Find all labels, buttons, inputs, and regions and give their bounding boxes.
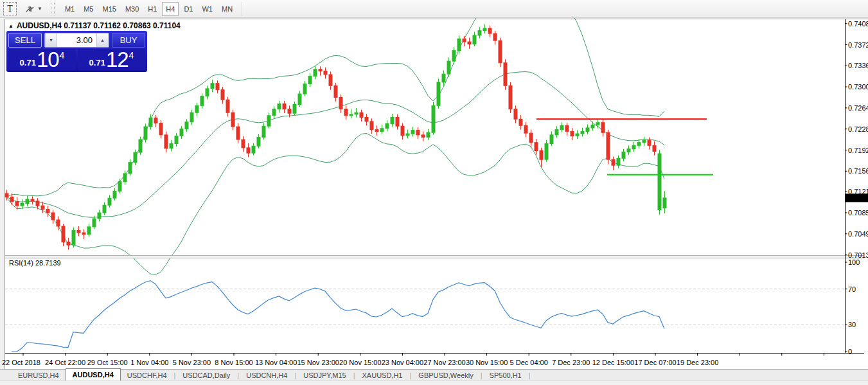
candle xyxy=(72,228,75,247)
volume-increase-button[interactable]: ▲ xyxy=(96,33,109,47)
price-axis-label: 0.73360 xyxy=(848,62,868,69)
timeframe-toolbar: M1M5M15M30H1H4D1W1MN xyxy=(60,2,237,16)
symbol-tab-sp500-h1[interactable]: SP500,H1 xyxy=(483,370,528,381)
pane-splitter[interactable] xyxy=(5,255,864,258)
chart-title: ▲ AUDUSD,H4 0.71137 0.71162 0.70863 0.71… xyxy=(8,21,181,30)
price-axis-label: 0.74080 xyxy=(848,20,868,28)
collapse-arrow-icon[interactable]: ▲ xyxy=(8,23,13,29)
date-axis-label: 22 Oct 2018 xyxy=(2,359,40,366)
candle xyxy=(144,124,147,143)
candle xyxy=(432,102,435,135)
timeframe-button-m30[interactable]: M30 xyxy=(121,2,143,16)
date-axis-label: 27 Nov 23:00 xyxy=(423,359,465,366)
ask-price[interactable]: 0.71 12 4 xyxy=(78,49,145,70)
volume-input[interactable] xyxy=(57,33,96,47)
top-toolbar: T ▼ M1M5M15M30H1H4D1W1MN xyxy=(0,0,868,18)
date-axis-label: 15 Nov 23:00 xyxy=(297,359,339,366)
candle xyxy=(504,59,507,89)
bid-price-prefix: 0.71 xyxy=(20,58,36,67)
price-axis-label: 0.73000 xyxy=(848,83,868,91)
date-axis-label: 5 Nov 23:00 xyxy=(173,359,211,366)
timeframe-button-h4[interactable]: H4 xyxy=(162,2,179,16)
date-axis-label: 29 Oct 15:00 xyxy=(87,359,128,366)
chart-title-text: AUDUSD,H4 0.71137 0.71162 0.70863 0.7110… xyxy=(17,21,181,30)
sell-button[interactable]: SELL xyxy=(8,33,42,48)
rsi-axis-label: 100 xyxy=(848,258,860,266)
arrows-tool-button[interactable]: ▼ xyxy=(22,3,44,15)
timeframe-button-m5[interactable]: M5 xyxy=(80,2,97,16)
date-axis-label: 20 Nov 15:00 xyxy=(339,359,381,366)
symbol-tab-usdjpy-m15[interactable]: USDJPY,M15 xyxy=(297,370,352,381)
symbol-tab-gbpusd-weekly[interactable]: GBPUSD,Weekly xyxy=(412,370,479,381)
date-axis-label: 8 Nov 15:00 xyxy=(215,359,252,366)
rsi-axis-label: 30 xyxy=(848,321,856,328)
ask-price-point: 4 xyxy=(129,50,134,60)
date-axis-label: 23 Nov 04:00 xyxy=(382,359,423,366)
date-axis-label: 1 Nov 04:00 xyxy=(130,359,168,366)
date-axis-label: 5 Dec 04:00 xyxy=(510,359,548,366)
bid-price-pips: 10 xyxy=(37,49,59,70)
text-tool-icon: T xyxy=(7,4,13,14)
volume-stepper: ▼ ▲ xyxy=(44,33,109,48)
candle xyxy=(499,38,502,67)
timeframe-button-m1[interactable]: M1 xyxy=(61,2,78,16)
date-axis-label: 13 Nov 04:00 xyxy=(255,359,297,366)
toolbar-separator xyxy=(242,2,242,16)
volume-decrease-button[interactable]: ▼ xyxy=(45,33,57,47)
ask-price-prefix: 0.71 xyxy=(89,58,105,67)
timeframe-button-w1[interactable]: W1 xyxy=(198,2,217,16)
timeframe-button-mn[interactable]: MN xyxy=(218,2,236,16)
one-click-trade-panel: SELL ▼ ▲ BUY 0.71 10 4 0.71 12 4 xyxy=(6,31,147,72)
symbol-tab-eurusd-h4[interactable]: EURUSD,H4 xyxy=(12,370,66,381)
symbol-tab-usdchf-h4[interactable]: USDCHF,H4 xyxy=(121,370,173,381)
current-price-badge: 0.71104 xyxy=(846,193,868,202)
symbol-tab-usdcnh-h4[interactable]: USDCNH,H4 xyxy=(240,370,294,381)
chevron-down-icon: ▼ xyxy=(37,6,42,12)
bid-price-point: 4 xyxy=(60,50,65,60)
date-axis-label: 30 Nov 15:00 xyxy=(466,359,508,366)
status-bar xyxy=(0,381,868,385)
price-axis-label: 0.70130 xyxy=(848,251,868,259)
symbol-tab-audusd-h4[interactable]: AUDUSD,H4 xyxy=(66,368,121,381)
price-axis-label: 0.70490 xyxy=(848,230,868,238)
buy-button[interactable]: BUY xyxy=(112,33,145,48)
symbol-tab-xauusd-h1[interactable]: XAUUSD,H1 xyxy=(356,370,409,381)
timeframe-button-h1[interactable]: H1 xyxy=(144,2,161,16)
rsi-indicator-label: RSI(14) 28.7139 xyxy=(9,259,61,267)
rsi-axis-label: 70 xyxy=(848,285,856,293)
candle xyxy=(607,130,610,165)
price-axis-label: 0.73720 xyxy=(848,41,868,49)
price-axis-label: 0.71920 xyxy=(848,147,868,154)
date-axis-label: 17 Dec 07:00 xyxy=(634,359,676,366)
candle xyxy=(437,78,440,108)
ask-price-pips: 12 xyxy=(106,49,128,70)
arrows-icon xyxy=(24,4,35,13)
date-axis-label: 19 Dec 23:00 xyxy=(677,359,718,366)
price-axis-label: 0.71560 xyxy=(848,167,868,175)
date-axis-label: 24 Oct 22:00 xyxy=(45,359,85,366)
tab-separator: | xyxy=(528,372,531,379)
candle xyxy=(139,137,142,155)
price-axis-label: 0.72280 xyxy=(848,125,868,133)
price-axis-label: 0.70850 xyxy=(848,209,868,217)
timeframe-button-d1[interactable]: D1 xyxy=(180,2,197,16)
date-axis-label: 7 Dec 23:00 xyxy=(552,359,590,366)
current-price-label: 0.71104 xyxy=(847,194,868,202)
price-axis-label: 0.72640 xyxy=(848,104,868,112)
candle xyxy=(658,150,661,215)
chart-tab-bar: EURUSD,H4AUDUSD,H4USDCHF,H4|USDCAD,Daily… xyxy=(0,369,868,381)
candle xyxy=(509,82,512,113)
rsi-axis-label: 0 xyxy=(848,348,852,355)
toolbar-drag-handle[interactable] xyxy=(51,3,55,15)
date-axis-label: 12 Dec 15:00 xyxy=(592,359,634,366)
bid-price[interactable]: 0.71 10 4 xyxy=(8,49,76,70)
symbol-tab-usdcad-daily[interactable]: USDCAD,Daily xyxy=(176,370,236,381)
timeframe-button-m15[interactable]: M15 xyxy=(98,2,120,16)
candle xyxy=(545,140,548,162)
text-label-tool-button[interactable]: T xyxy=(3,2,17,15)
